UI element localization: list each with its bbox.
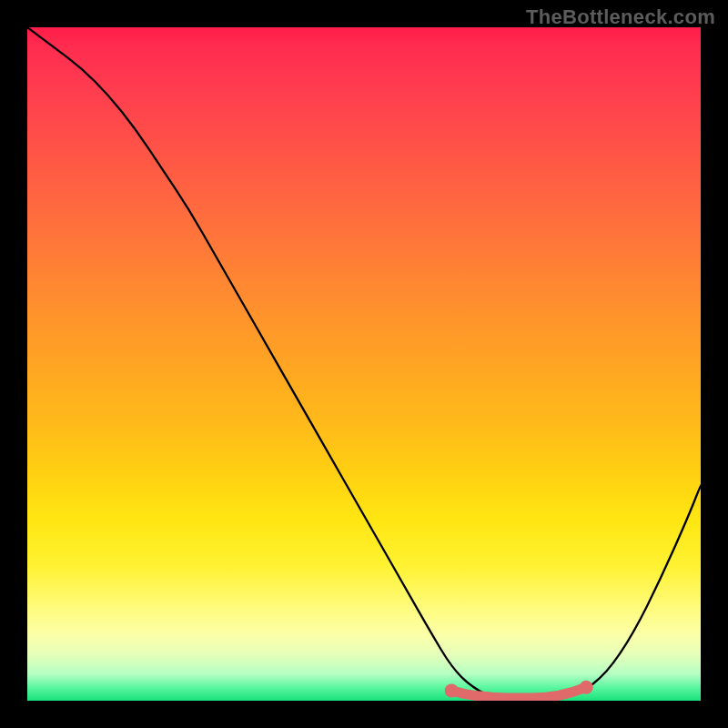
optimal-range-stroke — [451, 687, 586, 698]
plot-area — [27, 27, 701, 701]
watermark-text: TheBottleneck.com — [526, 5, 715, 29]
plot-inner — [27, 27, 701, 701]
bottleneck-curve — [27, 27, 701, 701]
chart-frame: TheBottleneck.com — [0, 0, 728, 728]
optimal-range-dot — [445, 683, 459, 697]
optimal-range-dot — [580, 681, 593, 694]
chart-svg — [27, 27, 701, 701]
